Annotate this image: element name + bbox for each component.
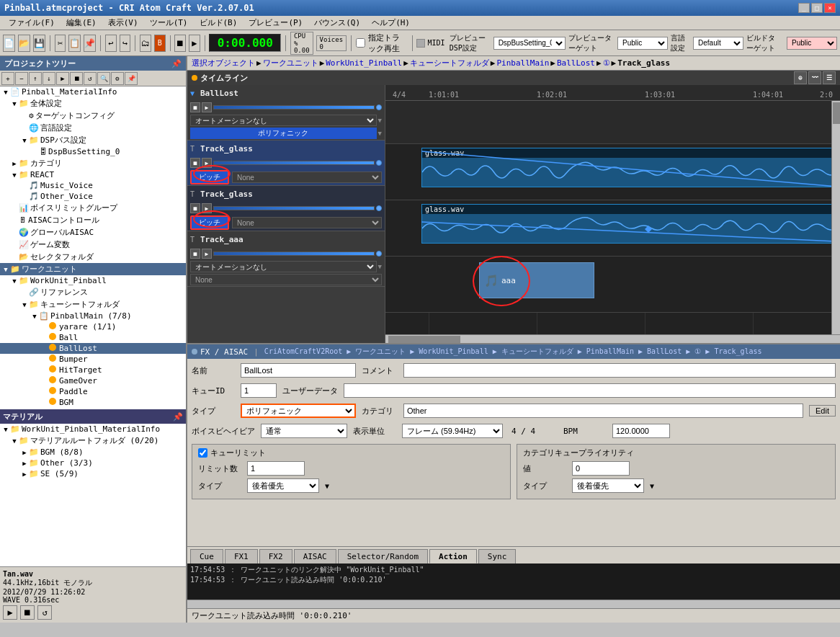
- tree-item-global[interactable]: ▼ 📁 全体設定: [0, 97, 186, 110]
- tree-new-btn[interactable]: +: [1, 72, 14, 85]
- polyphony-btn[interactable]: ポリフォニック: [190, 128, 377, 139]
- save-button[interactable]: 💾: [33, 35, 45, 52]
- automation-aaa-select[interactable]: オートメーションなし: [190, 261, 377, 272]
- limit-type-select[interactable]: 後着優先: [247, 478, 319, 493]
- project-tree-pin[interactable]: 📌: [171, 59, 182, 68]
- paste-button[interactable]: 📌: [84, 35, 96, 52]
- tree-item-dsp[interactable]: ▼ 📁 DSPバス設定: [0, 134, 186, 146]
- track-mute-btn[interactable]: ■: [190, 102, 200, 112]
- tree-item-bgm-mat[interactable]: ▶ 📁 BGM (8/8): [0, 447, 186, 458]
- userdata-input[interactable]: [344, 383, 836, 398]
- tree-play-btn[interactable]: ▶: [56, 72, 69, 85]
- tree-item-workunit[interactable]: ▼ 📁 ワークユニット: [0, 263, 186, 275]
- tree-item-dsp-setting[interactable]: 🎛 DspBusSetting_0: [0, 146, 186, 157]
- bc-num[interactable]: ①: [603, 58, 610, 68]
- material-pin[interactable]: 📌: [173, 412, 183, 422]
- track-g2-mute[interactable]: ■: [190, 203, 200, 213]
- waveform-glass2[interactable]: glass.wav: [421, 204, 840, 244]
- tab-sync[interactable]: Sync: [478, 549, 517, 564]
- log-scrollbar[interactable]: [187, 600, 840, 608]
- tree-item-yarare[interactable]: yarare (1/1): [0, 321, 186, 332]
- track-expand-btn[interactable]: ▼: [190, 89, 199, 97]
- track-knob[interactable]: [376, 104, 382, 110]
- tree-item-game-var[interactable]: 📈 ゲーム変数: [0, 239, 186, 251]
- bc-balllost[interactable]: BallLost: [557, 58, 595, 68]
- language-select[interactable]: Default: [693, 37, 743, 50]
- tree-filter-btn[interactable]: ⚙: [111, 72, 124, 85]
- priority-value-input[interactable]: [572, 461, 630, 476]
- track-g2-solo[interactable]: ▶: [202, 203, 212, 213]
- menu-help[interactable]: ヘルプ(H): [366, 17, 416, 29]
- timeline-btn-3[interactable]: ☰: [823, 71, 836, 84]
- edit-button[interactable]: Edit: [809, 405, 836, 416]
- tree-item-language[interactable]: 🌐 言語設定: [0, 122, 186, 134]
- track-play-checkbox[interactable]: [356, 38, 365, 48]
- bc-wu-pinball[interactable]: WorkUnit_Pinball: [326, 58, 402, 68]
- stop-file-btn[interactable]: ⏹: [20, 605, 35, 620]
- track-aaa-slider[interactable]: [213, 251, 375, 256]
- bpm-input[interactable]: [612, 424, 670, 438]
- dsp-bus-select[interactable]: DspBusSetting_0: [493, 37, 566, 50]
- tree-stop-btn[interactable]: ⏹: [70, 72, 83, 85]
- minimize-button[interactable]: _: [798, 3, 810, 13]
- tree-pin-btn[interactable]: 📌: [125, 72, 138, 85]
- cut-button[interactable]: ✂: [55, 35, 66, 52]
- track-aaa-solo[interactable]: ▶: [202, 249, 212, 259]
- timeline-btn-2[interactable]: 〰: [808, 71, 821, 84]
- menu-preview[interactable]: プレビュー(P): [243, 17, 308, 29]
- track-g1-mute[interactable]: ■: [190, 158, 200, 168]
- voice-behavior-select[interactable]: 通常: [261, 424, 347, 438]
- timeline-btn-1[interactable]: ⊕: [794, 71, 807, 84]
- tree-refresh-btn[interactable]: ↺: [84, 72, 97, 85]
- priority-type-select[interactable]: 後着優先: [572, 478, 644, 493]
- tab-fx2[interactable]: FX2: [259, 549, 292, 564]
- display-unit-select[interactable]: フレーム (59.94Hz): [402, 424, 503, 438]
- timeline-hscrollbar[interactable]: [385, 334, 840, 343]
- menu-view[interactable]: 表示(V): [102, 17, 144, 29]
- play-button[interactable]: ▶: [189, 35, 200, 52]
- tree-up-btn[interactable]: ↑: [29, 72, 42, 85]
- maximize-button[interactable]: □: [811, 3, 823, 13]
- pitch-select-2[interactable]: None: [232, 217, 382, 228]
- tree-item-mat-root[interactable]: ▼ 📁 マテリアルルートフォルダ (0/20): [0, 435, 186, 447]
- cuelimit-checkbox[interactable]: [198, 448, 207, 458]
- build-target-select[interactable]: Public: [787, 37, 837, 50]
- redo-button[interactable]: ↪: [120, 35, 131, 52]
- track-volume-slider[interactable]: [213, 105, 375, 110]
- tree-item-gameover[interactable]: GameOver: [0, 375, 186, 386]
- play-file-btn[interactable]: ▶: [3, 605, 17, 620]
- tree-item-se-mat[interactable]: ▶ 📁 SE (5/9): [0, 468, 186, 479]
- bc-selected[interactable]: 選択オブジェクト: [192, 58, 255, 68]
- tree-item-hittarget[interactable]: HitTarget: [0, 365, 186, 375]
- tree-item-aisac-ctrl[interactable]: 🎚 AISACコントロール: [0, 214, 186, 226]
- tab-cue[interactable]: Cue: [190, 549, 223, 564]
- bc-cuesheet[interactable]: キューシートフォルダ: [410, 58, 489, 68]
- tree-item-react[interactable]: ▼ 📁 REACT: [0, 169, 186, 180]
- none-aaa-select[interactable]: None: [190, 274, 382, 285]
- automation-select[interactable]: オートメーションなし: [190, 115, 377, 126]
- tree-item-ball[interactable]: Ball: [0, 332, 186, 343]
- track-g2-knob[interactable]: [376, 205, 382, 211]
- menu-bounce[interactable]: バウンス(Q): [308, 17, 366, 29]
- tree-item-reference[interactable]: 🔗 リファレンス: [0, 286, 186, 298]
- folder-button[interactable]: 🗂: [140, 35, 151, 52]
- tree-item-music-voice[interactable]: 🎵 Music_Voice: [0, 180, 186, 191]
- name-input[interactable]: [241, 363, 356, 378]
- stop-button[interactable]: ⏹: [174, 35, 186, 52]
- menu-build[interactable]: ビルド(B): [194, 17, 243, 29]
- tree-item-bumper[interactable]: Bumper: [0, 354, 186, 365]
- tree-item-global-aisac[interactable]: 🌍 グローバルAISAC: [0, 226, 186, 239]
- build-button[interactable]: B: [154, 35, 166, 52]
- scrollbar-thumb[interactable]: [833, 102, 840, 124]
- bc-pinballmain[interactable]: PinballMain: [496, 58, 549, 68]
- hscrollbar-thumb[interactable]: [388, 336, 460, 343]
- menu-edit[interactable]: 編集(E): [61, 17, 102, 29]
- preview-target-select[interactable]: Public: [617, 37, 668, 50]
- new-button[interactable]: 📄: [3, 35, 15, 52]
- tree-item-other-voice[interactable]: 🎵 Other_Voice: [0, 191, 186, 202]
- loop-file-btn[interactable]: ↺: [37, 605, 52, 620]
- track-aaa-knob[interactable]: [376, 251, 382, 257]
- vertical-scrollbar[interactable]: [831, 101, 840, 334]
- undo-button[interactable]: ↩: [105, 35, 117, 52]
- bc-track-glass[interactable]: Track_glass: [617, 58, 670, 68]
